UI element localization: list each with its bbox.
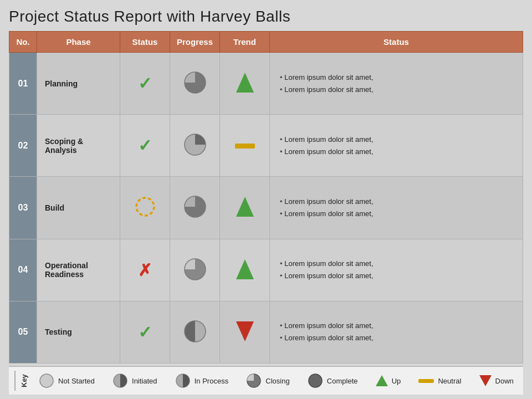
row-phase: Build bbox=[37, 177, 120, 239]
legend-ball-closing bbox=[246, 373, 262, 388]
legend-ball-initiated bbox=[112, 373, 128, 388]
warn-icon bbox=[134, 196, 156, 218]
legend-key-label: Key bbox=[14, 371, 28, 391]
desc-item: Lorem ipsum dolor sit amet, bbox=[280, 320, 519, 332]
legend-label-down: Down bbox=[495, 377, 514, 385]
page: Project Status Report with Harvey Balls … bbox=[0, 0, 532, 399]
up-arrow-icon bbox=[235, 258, 255, 280]
legend-label-complete: Complete bbox=[327, 377, 358, 385]
row-progress bbox=[170, 115, 220, 177]
harvey-ball bbox=[183, 132, 207, 157]
row-trend bbox=[220, 115, 270, 177]
table-row: 03BuildLorem ipsum dolor sit amet,Lorem … bbox=[9, 177, 523, 239]
header-progress: Progress bbox=[170, 32, 220, 53]
row-progress bbox=[170, 53, 220, 115]
header-status2: Status bbox=[270, 32, 523, 53]
row-phase: Testing bbox=[37, 301, 120, 363]
svg-point-5 bbox=[136, 198, 154, 216]
table-row: 02Scoping & Analysis✓Lorem ipsum dolor s… bbox=[9, 115, 523, 177]
legend-label-closing: Closing bbox=[265, 377, 289, 385]
row-progress bbox=[170, 239, 220, 301]
row-trend bbox=[220, 301, 270, 363]
svg-point-19 bbox=[309, 374, 322, 387]
row-desc: Lorem ipsum dolor sit amet,Lorem ipsum d… bbox=[270, 239, 523, 301]
legend-label-neutral: Neutral bbox=[438, 377, 461, 385]
legend-label-initiated: Initiated bbox=[132, 377, 157, 385]
row-status: ✓ bbox=[120, 115, 170, 177]
check-icon: ✓ bbox=[138, 74, 152, 93]
row-trend bbox=[220, 239, 270, 301]
row-no: 02 bbox=[9, 115, 37, 177]
row-desc: Lorem ipsum dolor sit amet,Lorem ipsum d… bbox=[270, 53, 523, 115]
legend-neutral: Neutral bbox=[418, 377, 461, 385]
header-trend: Trend bbox=[220, 32, 270, 53]
row-desc: Lorem ipsum dolor sit amet,Lorem ipsum d… bbox=[270, 177, 523, 239]
check-icon: ✓ bbox=[138, 323, 152, 341]
cross-icon: ✗ bbox=[138, 261, 152, 279]
row-no: 03 bbox=[9, 177, 37, 239]
legend-initiated: Initiated bbox=[112, 373, 157, 388]
row-phase: Scoping & Analysis bbox=[37, 115, 120, 177]
header-no: No. bbox=[9, 32, 37, 53]
table-row: 05Testing✓Lorem ipsum dolor sit amet,Lor… bbox=[9, 301, 523, 363]
row-phase: Operational Readiness bbox=[37, 239, 120, 301]
legend-down: Down bbox=[479, 375, 514, 386]
row-status: ✗ bbox=[120, 239, 170, 301]
desc-item: Lorem ipsum dolor sit amet, bbox=[280, 332, 519, 344]
table-row: 01Planning✓Lorem ipsum dolor sit amet,Lo… bbox=[9, 53, 523, 115]
row-no: 04 bbox=[9, 239, 37, 301]
up-arrow-icon bbox=[235, 71, 255, 94]
legend-label-up: Up bbox=[392, 377, 401, 385]
row-no: 01 bbox=[9, 53, 37, 115]
harvey-ball bbox=[183, 195, 207, 219]
svg-marker-14 bbox=[236, 321, 254, 341]
desc-item: Lorem ipsum dolor sit amet, bbox=[280, 208, 519, 220]
check-icon: ✓ bbox=[138, 136, 152, 155]
harvey-ball bbox=[183, 70, 207, 95]
down-arrow-icon bbox=[235, 320, 255, 342]
legend-ball-complete bbox=[308, 373, 323, 388]
table-wrap: No. Phase Status Progress Trend Status 0… bbox=[9, 31, 523, 364]
row-desc: Lorem ipsum dolor sit amet,Lorem ipsum d… bbox=[270, 301, 523, 363]
row-progress bbox=[170, 177, 220, 239]
row-status: ✓ bbox=[120, 301, 170, 363]
legend-up: Up bbox=[376, 375, 401, 386]
row-phase: Planning bbox=[37, 53, 120, 115]
header-phase: Phase bbox=[37, 32, 120, 53]
desc-item: Lorem ipsum dolor sit amet, bbox=[280, 134, 519, 146]
harvey-ball bbox=[183, 257, 207, 282]
up-arrow-icon bbox=[235, 196, 255, 218]
legend-label-not-started: Not Started bbox=[58, 377, 95, 385]
legend-ball-not-started bbox=[39, 373, 54, 388]
legend-closing: Closing bbox=[246, 373, 289, 388]
legend: Key Not Started Initiated bbox=[9, 366, 523, 395]
legend-not-started: Not Started bbox=[39, 373, 95, 388]
legend-label-in-process: In Process bbox=[195, 377, 228, 385]
desc-item: Lorem ipsum dolor sit amet, bbox=[280, 146, 519, 158]
svg-point-15 bbox=[40, 374, 53, 387]
status-table: No. Phase Status Progress Trend Status 0… bbox=[9, 31, 523, 364]
row-trend bbox=[220, 177, 270, 239]
harvey-ball bbox=[183, 319, 207, 344]
row-desc: Lorem ipsum dolor sit amet,Lorem ipsum d… bbox=[270, 115, 523, 177]
table-row: 04Operational Readiness✗Lorem ipsum dolo… bbox=[9, 239, 523, 301]
svg-marker-2 bbox=[236, 73, 254, 93]
legend-items: Not Started Initiated In Process bbox=[35, 373, 518, 388]
row-progress bbox=[170, 301, 220, 363]
desc-item: Lorem ipsum dolor sit amet, bbox=[280, 196, 519, 208]
row-no: 05 bbox=[9, 301, 37, 363]
legend-complete: Complete bbox=[308, 373, 358, 388]
desc-item: Lorem ipsum dolor sit amet, bbox=[280, 84, 519, 96]
svg-marker-11 bbox=[236, 259, 254, 279]
page-title: Project Status Report with Harvey Balls bbox=[9, 8, 523, 25]
desc-item: Lorem ipsum dolor sit amet, bbox=[280, 71, 519, 84]
row-trend bbox=[220, 53, 270, 115]
desc-item: Lorem ipsum dolor sit amet, bbox=[280, 270, 519, 282]
legend-in-process: In Process bbox=[175, 373, 228, 388]
neutral-trend-icon bbox=[235, 144, 255, 149]
svg-marker-8 bbox=[236, 197, 254, 217]
desc-item: Lorem ipsum dolor sit amet, bbox=[280, 258, 519, 270]
legend-arrow-up-icon bbox=[376, 375, 388, 386]
header-status1: Status bbox=[120, 32, 170, 53]
row-status: ✓ bbox=[120, 53, 170, 115]
